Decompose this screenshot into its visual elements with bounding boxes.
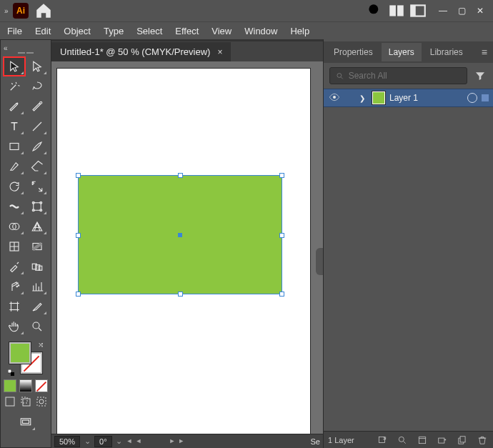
menu-edit[interactable]: Edit <box>35 26 51 36</box>
layers-search-input[interactable] <box>329 67 467 84</box>
pen-tool[interactable] <box>4 98 24 115</box>
column-graph-tool[interactable] <box>27 278 47 295</box>
document-tab[interactable]: Untitled-1* @ 50 % (CMYK/Preview) × <box>51 41 231 61</box>
search-icon[interactable] <box>366 1 384 20</box>
curvature-tool[interactable] <box>27 98 47 115</box>
dropdown-icon[interactable]: ⌄ <box>115 437 124 446</box>
blend-tool[interactable] <box>27 258 47 275</box>
fill-swatch[interactable] <box>9 342 31 364</box>
expand-layer-icon[interactable]: ❯ <box>359 94 368 102</box>
menu-select[interactable]: Select <box>136 26 162 36</box>
dropdown-icon[interactable]: ⌄ <box>83 437 91 446</box>
gradient-tool[interactable] <box>27 238 47 255</box>
new-layer-icon[interactable] <box>456 434 469 447</box>
fill-mode-gradient-icon[interactable] <box>19 379 32 392</box>
delete-layer-icon[interactable] <box>476 434 489 447</box>
artboard-nav-last-icon[interactable]: ► <box>178 439 184 444</box>
menu-help[interactable]: Help <box>290 26 309 36</box>
menu-type[interactable]: Type <box>104 26 124 36</box>
tab-layers[interactable]: Layers <box>382 43 422 61</box>
default-fill-stroke-icon[interactable] <box>8 368 15 375</box>
eraser-tool[interactable] <box>27 158 47 175</box>
artboard[interactable] <box>57 69 310 434</box>
paintbrush-tool[interactable] <box>27 138 47 155</box>
layer-row[interactable]: ❯ Layer 1 <box>324 89 493 107</box>
layers-search-field[interactable] <box>349 71 461 81</box>
draw-inside-icon[interactable] <box>35 395 48 408</box>
panel-collapse-handle[interactable] <box>316 248 323 275</box>
fill-stroke-swatch[interactable]: ⤭ <box>8 341 44 375</box>
slice-tool[interactable] <box>27 298 47 315</box>
center-point-icon[interactable] <box>178 233 182 237</box>
fill-mode-none-icon[interactable] <box>35 379 48 392</box>
selected-rectangle[interactable] <box>79 176 282 294</box>
magic-wand-tool[interactable] <box>4 78 24 95</box>
close-button[interactable]: ✕ <box>472 4 489 18</box>
tab-libraries[interactable]: Libraries <box>423 43 470 61</box>
resize-handle[interactable] <box>178 173 183 178</box>
zoom-tool[interactable] <box>27 318 47 335</box>
shape-builder-tool[interactable] <box>4 218 24 235</box>
direct-selection-tool[interactable] <box>27 58 47 75</box>
selection-tool[interactable] <box>4 58 24 75</box>
artboard-tool[interactable] <box>4 298 24 315</box>
clipping-mask-icon[interactable] <box>416 434 429 447</box>
symbol-sprayer-tool[interactable] <box>4 278 24 295</box>
menu-window[interactable]: Window <box>244 26 277 36</box>
draw-behind-icon[interactable] <box>19 395 32 408</box>
lasso-tool[interactable] <box>27 78 47 95</box>
locate-object-icon[interactable] <box>396 434 409 447</box>
fill-mode-color-icon[interactable] <box>4 379 16 392</box>
app-logo[interactable]: Ai <box>13 3 29 19</box>
layer-name[interactable]: Layer 1 <box>389 93 463 103</box>
arrange-documents-icon[interactable] <box>387 1 406 20</box>
resize-handle[interactable] <box>279 233 284 238</box>
workspace-switcher-icon[interactable] <box>409 1 427 20</box>
shaper-tool[interactable] <box>4 158 24 175</box>
resize-handle[interactable] <box>76 292 81 297</box>
canvas[interactable] <box>51 61 323 434</box>
maximize-button[interactable]: ▢ <box>453 4 470 18</box>
menu-view[interactable]: View <box>211 26 231 36</box>
menu-file[interactable]: File <box>7 26 22 36</box>
panel-menu-icon[interactable]: ≡ <box>479 46 490 58</box>
resize-handle[interactable] <box>76 173 81 178</box>
resize-handle[interactable] <box>178 292 183 297</box>
filter-icon[interactable] <box>473 69 487 83</box>
artboard-nav-prev-icon[interactable]: ◄ <box>135 439 141 444</box>
free-transform-tool[interactable] <box>27 198 47 215</box>
eyedropper-tool[interactable] <box>4 258 24 275</box>
home-icon[interactable] <box>34 1 53 20</box>
export-layer-icon[interactable] <box>376 434 389 447</box>
resize-handle[interactable] <box>76 233 81 238</box>
artboard-nav-first-icon[interactable]: ◄ <box>126 439 133 444</box>
chevron-right-icon[interactable]: » <box>4 7 13 15</box>
tab-properties[interactable]: Properties <box>327 43 380 61</box>
draw-normal-icon[interactable] <box>4 395 16 408</box>
type-tool[interactable] <box>4 118 24 135</box>
swap-fill-stroke-icon[interactable]: ⤭ <box>38 341 44 349</box>
chevron-left-icon[interactable]: « <box>4 44 12 52</box>
rectangle-tool[interactable] <box>4 138 24 155</box>
screen-mode-icon[interactable] <box>16 414 36 431</box>
artboard-nav-next-icon[interactable]: ► <box>169 439 175 444</box>
rotate-view-field[interactable]: 0° <box>94 436 112 447</box>
panel-drag-grip[interactable] <box>9 52 43 56</box>
close-tab-icon[interactable]: × <box>217 47 222 57</box>
mesh-tool[interactable] <box>4 238 24 255</box>
perspective-grid-tool[interactable] <box>27 218 47 235</box>
line-segment-tool[interactable] <box>27 118 47 135</box>
scale-tool[interactable] <box>27 178 47 195</box>
resize-handle[interactable] <box>279 292 284 297</box>
selection-indicator[interactable] <box>482 94 489 101</box>
menu-object[interactable]: Object <box>64 26 91 36</box>
menu-effect[interactable]: Effect <box>175 26 199 36</box>
rotate-tool[interactable] <box>4 178 24 195</box>
new-sublayer-icon[interactable] <box>436 434 449 447</box>
target-icon[interactable] <box>467 93 477 103</box>
width-tool[interactable] <box>4 198 24 215</box>
resize-handle[interactable] <box>279 173 284 178</box>
hand-tool[interactable] <box>4 318 24 335</box>
zoom-level-field[interactable]: 50% <box>54 436 80 447</box>
minimize-button[interactable]: — <box>434 4 452 18</box>
